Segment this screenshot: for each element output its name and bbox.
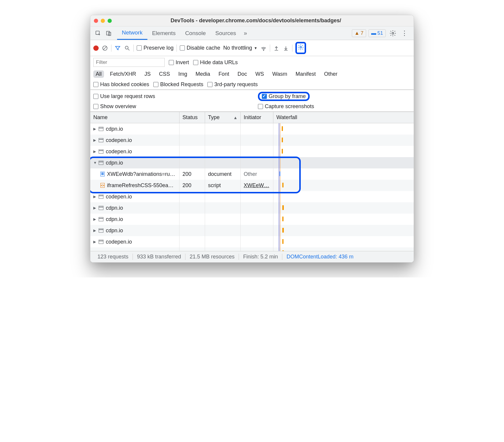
clear-icon[interactable] <box>102 45 108 51</box>
table-row[interactable]: ▶codepen.io <box>90 146 414 157</box>
messages-badge[interactable]: ▬ 51 <box>368 29 386 37</box>
throttling-select[interactable]: No throttling ▼ <box>223 45 257 51</box>
header-status[interactable]: Status <box>179 112 205 123</box>
cell-waterfall <box>273 191 414 202</box>
checkbox-icon <box>137 45 142 50</box>
header-name[interactable]: Name <box>90 112 179 123</box>
warnings-badge[interactable]: ▲ 7 <box>352 29 366 37</box>
table-row[interactable]: ▶codepen.io <box>90 236 414 247</box>
filter-bar: Invert Hide data URLs <box>90 56 414 69</box>
frame-icon <box>99 138 103 142</box>
search-icon[interactable] <box>124 45 130 51</box>
table-row[interactable]: ▼cdpn.io <box>90 157 414 168</box>
blocked-requests-checkbox[interactable]: Blocked Requests <box>153 81 203 88</box>
chevron-down-icon[interactable]: ▼ <box>93 161 97 165</box>
table-row[interactable]: ▶cdpn.io <box>90 202 414 214</box>
cell-status <box>179 236 205 247</box>
type-all[interactable]: All <box>93 70 104 78</box>
table-row[interactable]: ▶cdpn.io <box>90 225 414 236</box>
upload-icon[interactable] <box>273 45 280 51</box>
chevron-right-icon[interactable]: ▶ <box>93 217 97 221</box>
download-icon[interactable] <box>283 45 289 51</box>
preserve-log-checkbox[interactable]: Preserve log <box>137 45 174 51</box>
tab-sources[interactable]: Sources <box>211 26 241 40</box>
show-overview-checkbox[interactable]: Show overview <box>93 103 246 110</box>
filter-icon[interactable] <box>114 45 121 51</box>
cell-type <box>205 135 241 146</box>
table-row[interactable]: ▶codepen.io <box>90 191 414 202</box>
type-wasm[interactable]: Wasm <box>270 70 289 78</box>
type-fetch-xhr[interactable]: Fetch/XHR <box>108 70 138 78</box>
tab-network[interactable]: Network <box>117 26 147 40</box>
cell-waterfall <box>273 168 414 180</box>
header-initiator[interactable]: Initiator <box>241 112 273 123</box>
frame-icon <box>99 149 103 154</box>
type-other[interactable]: Other <box>322 70 340 78</box>
checkbox-icon <box>153 82 158 87</box>
type-ws[interactable]: WS <box>253 70 266 78</box>
chevron-right-icon[interactable]: ▶ <box>93 240 97 244</box>
chevron-right-icon[interactable]: ▶ <box>93 127 97 131</box>
separator <box>177 45 177 52</box>
invert-checkbox[interactable]: Invert <box>169 59 189 66</box>
header-waterfall[interactable]: Waterfall <box>273 112 414 123</box>
inspect-element-icon[interactable] <box>94 29 102 37</box>
cell-initiator <box>241 123 273 135</box>
cell-initiator <box>241 236 273 247</box>
titlebar: DevTools - developer.chrome.com/docs/dev… <box>90 15 414 26</box>
close-window-button[interactable] <box>94 19 98 23</box>
tab-console[interactable]: Console <box>180 26 211 40</box>
cell-initiator <box>241 225 273 236</box>
hide-data-urls-checkbox[interactable]: Hide data URLs <box>193 59 238 66</box>
settings-icon[interactable] <box>389 30 396 37</box>
group-by-frame-checkbox[interactable]: Group by frame <box>262 93 306 100</box>
svg-rect-1 <box>107 31 110 35</box>
cell-name: ▶cdpn.io <box>90 225 179 236</box>
third-party-checkbox[interactable]: 3rd-party requests <box>207 81 258 88</box>
network-settings-icon[interactable] <box>295 42 306 54</box>
use-large-rows-checkbox[interactable]: Use large request rows <box>93 92 246 101</box>
type-doc[interactable]: Doc <box>235 70 249 78</box>
header-type[interactable]: Type ▲ <box>205 112 241 123</box>
more-options-icon[interactable]: ⋮ <box>399 29 410 37</box>
cell-initiator: Other <box>241 168 273 180</box>
table-row[interactable]: ▶codepen.io <box>90 135 414 146</box>
type-manifest[interactable]: Manifest <box>293 70 318 78</box>
tab-elements[interactable]: Elements <box>147 26 180 40</box>
frame-icon <box>99 161 103 165</box>
table-row[interactable]: ▶cdpn.io <box>90 123 414 135</box>
device-toggle-icon[interactable] <box>105 29 113 37</box>
type-font[interactable]: Font <box>216 70 231 78</box>
chevron-right-icon[interactable]: ▶ <box>93 195 97 199</box>
cell-waterfall <box>273 214 414 225</box>
separator <box>292 45 292 52</box>
table-body: ▶cdpn.io▶codepen.io▶codepen.io▼cdpn.ioXW… <box>90 123 414 251</box>
disable-cache-checkbox[interactable]: Disable cache <box>180 45 220 51</box>
capture-screenshots-checkbox[interactable]: Capture screenshots <box>258 103 411 110</box>
table-row[interactable]: <>iframeRefreshCSS-550ea…200scriptXWEeW… <box>90 180 414 191</box>
type-img[interactable]: Img <box>176 70 190 78</box>
has-blocked-cookies-checkbox[interactable]: Has blocked cookies <box>93 81 149 88</box>
chevron-right-icon[interactable]: ▶ <box>93 206 97 210</box>
chevron-right-icon[interactable]: ▶ <box>93 138 97 142</box>
more-tabs-button[interactable]: » <box>241 30 250 37</box>
cell-initiator[interactable]: XWEeW… <box>241 180 273 191</box>
cell-name: XWEeWdb?animations=ru… <box>90 168 179 180</box>
record-button[interactable] <box>93 45 99 51</box>
type-media[interactable]: Media <box>193 70 212 78</box>
minimize-window-button[interactable] <box>101 19 105 23</box>
table-row[interactable]: ▶cdpn.io <box>90 214 414 225</box>
cell-waterfall <box>273 247 414 251</box>
filter-input[interactable] <box>93 58 165 67</box>
type-js[interactable]: JS <box>142 70 153 78</box>
maximize-window-button[interactable] <box>108 19 112 23</box>
checkbox-icon <box>93 94 98 99</box>
cell-type <box>205 202 241 214</box>
checkbox-icon <box>258 104 263 109</box>
chevron-right-icon[interactable]: ▶ <box>93 228 97 233</box>
network-conditions-icon[interactable] <box>260 45 267 51</box>
table-row[interactable]: XWEeWdb?animations=ru…200documentOther <box>90 168 414 180</box>
type-css[interactable]: CSS <box>157 70 172 78</box>
chevron-right-icon[interactable]: ▶ <box>93 149 97 154</box>
table-row[interactable]: ▶www.google.com <box>90 247 414 251</box>
